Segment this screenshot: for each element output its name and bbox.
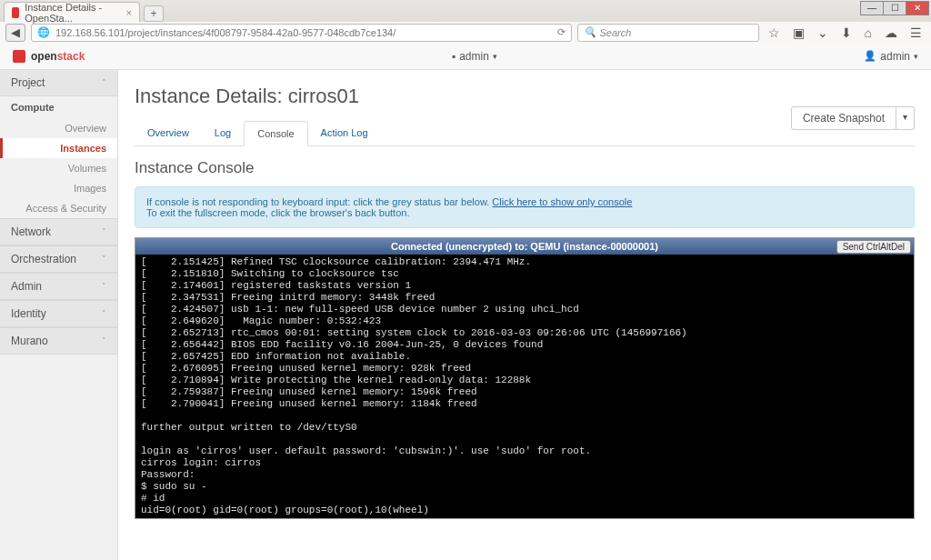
sidebar-item-access[interactable]: Access & Security <box>0 198 117 218</box>
favicon <box>12 7 19 18</box>
chevron-down-icon: ˅ <box>102 227 106 236</box>
project-dropdown[interactable]: ▪ admin ▾ <box>452 50 497 63</box>
terminal-output[interactable]: [ 2.151425] Refined TSC clocksource cali… <box>135 255 914 518</box>
sidebar-identity[interactable]: Identity˅ <box>0 300 117 327</box>
tab-overview[interactable]: Overview <box>135 121 202 145</box>
chevron-down-icon: ˅ <box>102 255 106 264</box>
reload-icon[interactable]: ⟳ <box>557 26 566 38</box>
sidebar-compute[interactable]: Compute <box>0 96 117 118</box>
chevron-down-icon: ˅ <box>102 282 106 291</box>
sidebar-item-images[interactable]: Images <box>0 178 117 198</box>
caret-down-icon: ▾ <box>493 52 497 61</box>
sidebar-item-instances[interactable]: Instances <box>0 138 117 158</box>
search-bar[interactable]: 🔍 Search <box>577 24 759 42</box>
tab-title: Instance Details - OpenSta... <box>25 2 113 24</box>
address-bar[interactable]: 🌐 192.168.56.101/project/instances/4f008… <box>31 24 572 42</box>
caret-down-icon: ▾ <box>914 52 918 61</box>
pocket-icon[interactable]: ⌄ <box>814 25 832 40</box>
new-tab-button[interactable]: + <box>144 5 164 22</box>
chevron-down-icon: ˅ <box>102 309 106 318</box>
download-icon[interactable]: ⬇ <box>837 25 856 40</box>
window-close[interactable]: ✕ <box>906 1 929 15</box>
tab-log[interactable]: Log <box>202 121 244 145</box>
sidebar-admin[interactable]: Admin˅ <box>0 273 117 300</box>
console-frame: Connected (unencrypted) to: QEMU (instan… <box>135 237 915 519</box>
chevron-up-icon: ˄ <box>102 78 106 87</box>
back-button[interactable]: ◀ <box>5 24 25 42</box>
url-text: 192.168.56.101/project/instances/4f00879… <box>55 27 395 38</box>
home-icon[interactable]: ⌂ <box>861 25 876 40</box>
console-titlebar[interactable]: Connected (unencrypted) to: QEMU (instan… <box>135 238 914 255</box>
section-title: Instance Console <box>135 159 915 177</box>
chevron-down-icon: ˅ <box>102 336 106 345</box>
search-placeholder: Search <box>600 27 632 38</box>
logo-icon <box>13 50 25 63</box>
tab-action-log[interactable]: Action Log <box>308 121 381 145</box>
sidebar: Project˄ Compute Overview Instances Volu… <box>0 70 118 560</box>
cube-icon: ▪ <box>452 50 455 63</box>
globe-icon: 🌐 <box>37 26 50 38</box>
window-minimize[interactable]: — <box>860 1 884 15</box>
user-icon: 👤 <box>864 50 876 62</box>
info-notice: If console is not responding to keyboard… <box>135 186 915 228</box>
sidebar-orchestration[interactable]: Orchestration˅ <box>0 245 117 273</box>
browser-tab[interactable]: Instance Details - OpenSta... × <box>4 2 140 22</box>
tab-console[interactable]: Console <box>244 121 307 146</box>
close-tab-icon[interactable]: × <box>126 7 132 18</box>
send-ctrlaltdel-button[interactable]: Send CtrlAltDel <box>836 240 911 254</box>
search-icon: 🔍 <box>584 26 596 38</box>
brand[interactable]: openstack <box>31 50 85 63</box>
show-only-console-link[interactable]: Click here to show only console <box>492 196 632 207</box>
sidebar-project[interactable]: Project˄ <box>0 70 117 96</box>
sidebar-murano[interactable]: Murano˅ <box>0 327 117 355</box>
clipboard-icon[interactable]: ▣ <box>789 25 808 40</box>
sidebar-item-overview[interactable]: Overview <box>0 118 117 138</box>
window-maximize[interactable]: ☐ <box>883 1 906 15</box>
star-icon[interactable]: ☆ <box>765 25 784 40</box>
menu-icon[interactable]: ☰ <box>906 25 926 40</box>
sidebar-item-volumes[interactable]: Volumes <box>0 158 117 178</box>
snapshot-dropdown[interactable]: ▾ <box>896 106 915 130</box>
user-dropdown[interactable]: 👤 admin ▾ <box>864 50 918 63</box>
sidebar-network[interactable]: Network˅ <box>0 218 117 245</box>
create-snapshot-button[interactable]: Create Snapshot <box>791 106 896 130</box>
page-title: Instance Details: cirros01 <box>135 85 915 108</box>
sync-icon[interactable]: ☁ <box>881 25 901 40</box>
